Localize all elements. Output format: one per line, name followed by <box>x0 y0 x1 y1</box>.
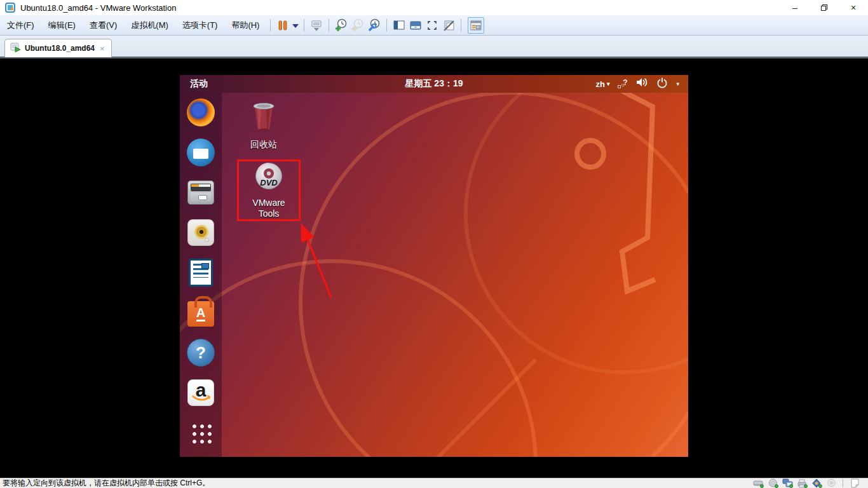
menu-vm[interactable]: 虚拟机(M) <box>124 17 175 34</box>
desktop-icon-vmware-tools[interactable]: DVD VMware Tools <box>237 159 301 221</box>
gnome-top-bar: 活动 星期五 23：19 zh▾ ? ▾ <box>180 75 688 93</box>
vmware-logo-icon <box>5 3 15 13</box>
tab-label: Ubuntu18.0_amd64 <box>25 44 95 53</box>
vm-display[interactable]: 活动 星期五 23：19 zh▾ ? ▾ <box>180 75 688 457</box>
amazon-icon: a <box>187 379 214 406</box>
close-button[interactable]: × <box>839 0 868 15</box>
tab-bar: Ubuntu18.0_amd64 × <box>0 36 868 58</box>
send-ctrl-alt-del-button[interactable] <box>308 17 325 34</box>
vm-running-icon <box>10 42 21 55</box>
status-bar: 要将输入定向到该虚拟机，请在虚拟机内部单击或按 Ctrl+G。 <box>0 478 868 488</box>
tab-ubuntu-vm[interactable]: Ubuntu18.0_amd64 × <box>4 39 112 57</box>
trash-label: 回收站 <box>250 139 277 150</box>
ubuntu-software-icon: A <box>187 301 214 327</box>
sound-icon[interactable] <box>811 478 822 488</box>
status-device-icons <box>752 478 860 488</box>
menu-tabs[interactable]: 选项卡(T) <box>175 17 225 34</box>
menu-view[interactable]: 查看(V) <box>83 17 124 34</box>
menu-help[interactable]: 帮助(H) <box>224 17 266 34</box>
title-bar: Ubuntu18.0_amd64 - VMware Workstation – … <box>0 0 868 15</box>
status-message: 要将输入定向到该虚拟机，请在虚拟机内部单击或按 Ctrl+G。 <box>3 478 210 488</box>
pause-dropdown-caret-icon[interactable] <box>291 17 300 34</box>
dock: A ? a <box>180 93 222 457</box>
desktop-icon-trash[interactable]: 回收站 <box>238 100 289 150</box>
libreoffice-writer-icon <box>189 259 213 287</box>
app-grid-icon <box>190 422 212 444</box>
window-title: Ubuntu18.0_amd64 - VMware Workstation <box>20 3 176 13</box>
snapshot-manager-button[interactable] <box>366 17 383 34</box>
dock-item-help[interactable]: ? <box>186 338 215 367</box>
status-separator <box>843 479 843 487</box>
trash-icon <box>249 100 278 136</box>
toolbar-separator <box>270 19 271 32</box>
menu-edit[interactable]: 编辑(E) <box>41 17 83 34</box>
toolbar-separator <box>461 19 461 32</box>
show-thumbnail-bar-button[interactable] <box>407 17 424 34</box>
show-library-button[interactable] <box>391 17 407 34</box>
dock-item-files[interactable] <box>186 178 215 207</box>
rhythmbox-icon <box>187 219 214 246</box>
fullscreen-button[interactable] <box>424 17 440 34</box>
vmware-workstation-window: Ubuntu18.0_amd64 - VMware Workstation – … <box>0 0 868 488</box>
system-menu-caret-icon[interactable]: ▾ <box>676 81 679 87</box>
take-snapshot-button[interactable] <box>333 17 349 34</box>
vm-console-area: 活动 星期五 23：19 zh▾ ? ▾ <box>0 58 868 478</box>
minimize-button[interactable]: – <box>780 0 810 15</box>
power-icon[interactable] <box>656 77 668 91</box>
restore-button[interactable] <box>810 0 839 15</box>
input-method-indicator[interactable]: zh▾ <box>595 79 609 89</box>
dock-item-libreoffice-writer[interactable] <box>186 258 215 287</box>
dock-item-rhythmbox[interactable] <box>186 218 215 247</box>
revert-snapshot-button[interactable] <box>349 17 366 34</box>
dock-item-firefox[interactable] <box>186 98 215 127</box>
webcam-icon[interactable] <box>825 478 837 488</box>
vmware-tools-label: VMware Tools <box>252 198 285 219</box>
firefox-icon <box>187 98 215 126</box>
dock-item-ubuntu-software[interactable]: A <box>186 298 215 327</box>
svg-text:DVD: DVD <box>260 178 278 187</box>
help-icon: ? <box>187 339 215 367</box>
unity-mode-button[interactable] <box>440 17 457 34</box>
dvd-disc-icon: DVD <box>254 163 284 194</box>
console-view-toggle-button[interactable] <box>468 17 484 34</box>
message-log-icon[interactable] <box>849 478 860 488</box>
hard-disk-icon[interactable] <box>752 478 764 488</box>
volume-icon[interactable] <box>635 77 648 91</box>
network-adapter-icon[interactable] <box>782 478 793 488</box>
cd-dvd-icon[interactable] <box>767 478 778 488</box>
printer-icon[interactable] <box>796 478 808 488</box>
files-icon <box>187 180 214 205</box>
dock-item-thunderbird[interactable] <box>186 138 215 167</box>
input-status-icon[interactable]: ? <box>618 79 627 89</box>
toolbar-separator <box>304 19 304 32</box>
toolbar-separator <box>329 19 329 32</box>
menu-bar: 文件(F) 编辑(E) 查看(V) 虚拟机(M) 选项卡(T) 帮助(H) <box>0 15 868 36</box>
dock-item-show-applications[interactable] <box>186 418 215 447</box>
menu-file[interactable]: 文件(F) <box>0 17 41 34</box>
pause-vm-button[interactable] <box>275 17 291 34</box>
dock-item-amazon[interactable]: a <box>186 378 215 407</box>
chevron-down-icon: ▾ <box>607 81 610 87</box>
system-tray: zh▾ ? ▾ <box>595 75 679 93</box>
window-controls: – × <box>780 0 868 15</box>
thunderbird-icon <box>187 139 215 166</box>
toolbar-separator <box>386 19 387 32</box>
tab-close-icon[interactable]: × <box>100 44 105 53</box>
